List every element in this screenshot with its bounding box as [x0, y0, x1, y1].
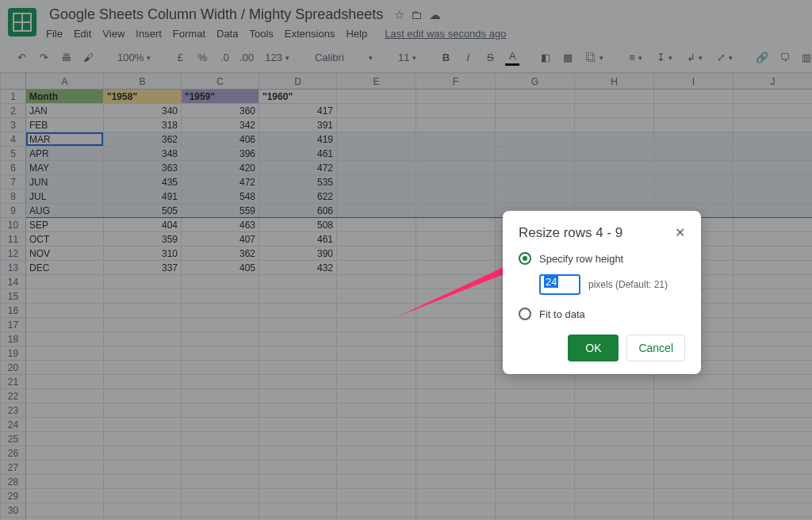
fit-to-data-label: Fit to data: [539, 308, 585, 320]
cancel-button[interactable]: Cancel: [626, 335, 685, 361]
radio-checked-icon: [519, 252, 531, 265]
fit-to-data-radio[interactable]: Fit to data: [519, 308, 685, 320]
specify-height-radio[interactable]: Specify row height: [519, 252, 685, 265]
row-height-input[interactable]: 24: [539, 274, 580, 295]
dialog-title: Resize rows 4 - 9: [519, 225, 622, 241]
row-height-suffix: pixels (Default: 21): [588, 279, 668, 290]
resize-rows-dialog: Resize rows 4 - 9 ✕ Specify row height 2…: [503, 211, 701, 374]
radio-unchecked-icon: [519, 308, 531, 320]
close-icon[interactable]: ✕: [675, 227, 685, 239]
ok-button[interactable]: OK: [568, 335, 619, 361]
specify-height-label: Specify row height: [539, 253, 623, 265]
